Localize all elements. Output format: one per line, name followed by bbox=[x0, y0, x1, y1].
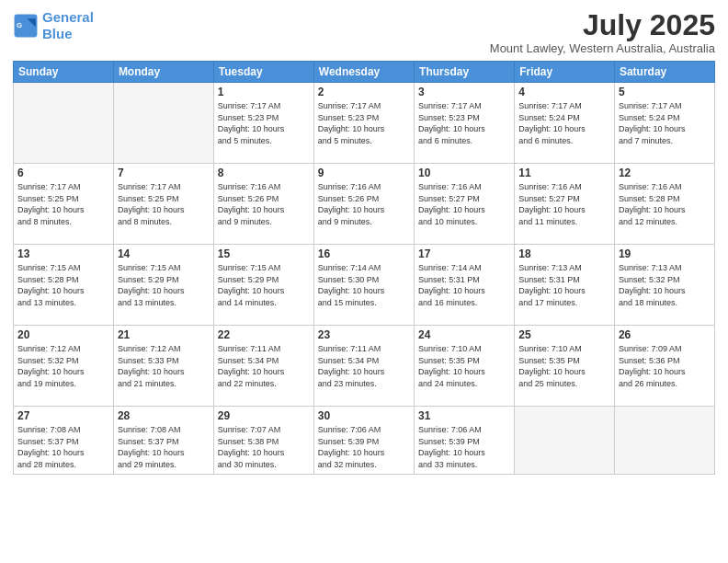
calendar-header-cell: Thursday bbox=[415, 62, 515, 83]
calendar-day-cell: 20Sunrise: 7:12 AM Sunset: 5:32 PM Dayli… bbox=[14, 326, 114, 407]
calendar-day-cell: 31Sunrise: 7:06 AM Sunset: 5:39 PM Dayli… bbox=[415, 407, 515, 474]
calendar-day-cell bbox=[14, 83, 114, 164]
day-info: Sunrise: 7:06 AM Sunset: 5:39 PM Dayligh… bbox=[318, 424, 410, 470]
day-info: Sunrise: 7:17 AM Sunset: 5:24 PM Dayligh… bbox=[518, 100, 610, 146]
day-info: Sunrise: 7:07 AM Sunset: 5:38 PM Dayligh… bbox=[218, 424, 310, 470]
day-info: Sunrise: 7:16 AM Sunset: 5:28 PM Dayligh… bbox=[619, 181, 711, 227]
calendar-day-cell: 17Sunrise: 7:14 AM Sunset: 5:31 PM Dayli… bbox=[415, 245, 515, 326]
calendar-week-row: 20Sunrise: 7:12 AM Sunset: 5:32 PM Dayli… bbox=[14, 326, 715, 407]
day-number: 7 bbox=[118, 167, 210, 179]
calendar-day-cell: 15Sunrise: 7:15 AM Sunset: 5:29 PM Dayli… bbox=[213, 245, 313, 326]
day-number: 25 bbox=[518, 328, 610, 341]
calendar-body: 1Sunrise: 7:17 AM Sunset: 5:23 PM Daylig… bbox=[14, 83, 715, 474]
calendar-day-cell: 24Sunrise: 7:10 AM Sunset: 5:35 PM Dayli… bbox=[415, 326, 515, 407]
day-info: Sunrise: 7:16 AM Sunset: 5:27 PM Dayligh… bbox=[518, 181, 610, 227]
calendar-header-cell: Monday bbox=[113, 62, 213, 83]
day-number: 29 bbox=[218, 409, 310, 422]
day-number: 17 bbox=[418, 247, 510, 260]
calendar-day-cell: 30Sunrise: 7:06 AM Sunset: 5:39 PM Dayli… bbox=[313, 407, 414, 474]
calendar-day-cell: 28Sunrise: 7:08 AM Sunset: 5:37 PM Dayli… bbox=[113, 407, 213, 474]
day-number: 12 bbox=[619, 167, 711, 179]
calendar-day-cell: 12Sunrise: 7:16 AM Sunset: 5:28 PM Dayli… bbox=[614, 164, 714, 245]
day-info: Sunrise: 7:17 AM Sunset: 5:23 PM Dayligh… bbox=[418, 100, 510, 146]
day-number: 24 bbox=[418, 328, 510, 341]
day-number: 3 bbox=[418, 86, 510, 98]
calendar-day-cell: 14Sunrise: 7:15 AM Sunset: 5:29 PM Dayli… bbox=[113, 245, 213, 326]
day-info: Sunrise: 7:09 AM Sunset: 5:36 PM Dayligh… bbox=[619, 343, 711, 389]
calendar-header-row: SundayMondayTuesdayWednesdayThursdayFrid… bbox=[14, 62, 715, 83]
day-info: Sunrise: 7:08 AM Sunset: 5:37 PM Dayligh… bbox=[118, 424, 210, 470]
day-info: Sunrise: 7:13 AM Sunset: 5:31 PM Dayligh… bbox=[518, 262, 610, 308]
day-info: Sunrise: 7:17 AM Sunset: 5:24 PM Dayligh… bbox=[619, 100, 711, 146]
day-number: 10 bbox=[418, 167, 510, 179]
calendar-header-cell: Wednesday bbox=[313, 62, 414, 83]
calendar-week-row: 1Sunrise: 7:17 AM Sunset: 5:23 PM Daylig… bbox=[14, 83, 715, 164]
day-number: 21 bbox=[118, 328, 210, 341]
day-number: 8 bbox=[218, 167, 310, 179]
day-info: Sunrise: 7:14 AM Sunset: 5:31 PM Dayligh… bbox=[418, 262, 510, 308]
day-number: 5 bbox=[619, 86, 711, 98]
calendar-day-cell: 6Sunrise: 7:17 AM Sunset: 5:25 PM Daylig… bbox=[14, 164, 114, 245]
calendar-day-cell: 27Sunrise: 7:08 AM Sunset: 5:37 PM Dayli… bbox=[14, 407, 114, 474]
calendar-day-cell: 18Sunrise: 7:13 AM Sunset: 5:31 PM Dayli… bbox=[515, 245, 615, 326]
day-info: Sunrise: 7:11 AM Sunset: 5:34 PM Dayligh… bbox=[218, 343, 310, 389]
calendar-day-cell: 22Sunrise: 7:11 AM Sunset: 5:34 PM Dayli… bbox=[213, 326, 313, 407]
calendar-day-cell: 3Sunrise: 7:17 AM Sunset: 5:23 PM Daylig… bbox=[415, 83, 515, 164]
day-number: 13 bbox=[17, 247, 109, 260]
calendar-day-cell: 11Sunrise: 7:16 AM Sunset: 5:27 PM Dayli… bbox=[515, 164, 615, 245]
calendar-header-cell: Saturday bbox=[614, 62, 714, 83]
day-number: 31 bbox=[418, 409, 510, 422]
day-number: 14 bbox=[118, 247, 210, 260]
calendar-day-cell: 13Sunrise: 7:15 AM Sunset: 5:28 PM Dayli… bbox=[14, 245, 114, 326]
page: G General Blue July 2025 Mount Lawley, W… bbox=[0, 0, 728, 563]
day-info: Sunrise: 7:17 AM Sunset: 5:23 PM Dayligh… bbox=[318, 100, 410, 146]
calendar-day-cell: 7Sunrise: 7:17 AM Sunset: 5:25 PM Daylig… bbox=[113, 164, 213, 245]
day-info: Sunrise: 7:10 AM Sunset: 5:35 PM Dayligh… bbox=[518, 343, 610, 389]
calendar-week-row: 27Sunrise: 7:08 AM Sunset: 5:37 PM Dayli… bbox=[14, 407, 715, 474]
calendar-day-cell: 10Sunrise: 7:16 AM Sunset: 5:27 PM Dayli… bbox=[415, 164, 515, 245]
calendar-day-cell: 29Sunrise: 7:07 AM Sunset: 5:38 PM Dayli… bbox=[213, 407, 313, 474]
calendar-day-cell: 21Sunrise: 7:12 AM Sunset: 5:33 PM Dayli… bbox=[113, 326, 213, 407]
calendar-day-cell bbox=[614, 407, 714, 474]
day-number: 28 bbox=[118, 409, 210, 422]
day-number: 6 bbox=[17, 167, 109, 179]
svg-text:G: G bbox=[17, 21, 22, 29]
day-info: Sunrise: 7:15 AM Sunset: 5:29 PM Dayligh… bbox=[218, 262, 310, 308]
day-number: 11 bbox=[518, 167, 610, 179]
main-title: July 2025 bbox=[490, 9, 715, 41]
logo-icon: G bbox=[13, 13, 39, 39]
day-number: 18 bbox=[518, 247, 610, 260]
logo: G General Blue bbox=[13, 9, 94, 42]
calendar-day-cell: 5Sunrise: 7:17 AM Sunset: 5:24 PM Daylig… bbox=[614, 83, 714, 164]
day-number: 2 bbox=[318, 86, 410, 98]
calendar-day-cell: 8Sunrise: 7:16 AM Sunset: 5:26 PM Daylig… bbox=[213, 164, 313, 245]
day-info: Sunrise: 7:13 AM Sunset: 5:32 PM Dayligh… bbox=[619, 262, 711, 308]
subtitle: Mount Lawley, Western Australia, Austral… bbox=[490, 41, 715, 55]
title-block: July 2025 Mount Lawley, Western Australi… bbox=[490, 9, 715, 55]
day-number: 16 bbox=[318, 247, 410, 260]
calendar-day-cell: 9Sunrise: 7:16 AM Sunset: 5:26 PM Daylig… bbox=[313, 164, 414, 245]
day-info: Sunrise: 7:17 AM Sunset: 5:23 PM Dayligh… bbox=[218, 100, 310, 146]
calendar-header-cell: Tuesday bbox=[213, 62, 313, 83]
day-info: Sunrise: 7:11 AM Sunset: 5:34 PM Dayligh… bbox=[318, 343, 410, 389]
logo-line2: Blue bbox=[42, 26, 73, 41]
day-info: Sunrise: 7:06 AM Sunset: 5:39 PM Dayligh… bbox=[418, 424, 510, 470]
day-number: 9 bbox=[318, 167, 410, 179]
calendar-day-cell: 25Sunrise: 7:10 AM Sunset: 5:35 PM Dayli… bbox=[515, 326, 615, 407]
day-number: 1 bbox=[218, 86, 310, 98]
calendar-day-cell: 4Sunrise: 7:17 AM Sunset: 5:24 PM Daylig… bbox=[515, 83, 615, 164]
day-info: Sunrise: 7:15 AM Sunset: 5:28 PM Dayligh… bbox=[17, 262, 109, 308]
calendar-header-cell: Sunday bbox=[14, 62, 114, 83]
day-info: Sunrise: 7:16 AM Sunset: 5:27 PM Dayligh… bbox=[418, 181, 510, 227]
calendar-day-cell: 16Sunrise: 7:14 AM Sunset: 5:30 PM Dayli… bbox=[313, 245, 414, 326]
calendar-day-cell bbox=[113, 83, 213, 164]
day-number: 30 bbox=[318, 409, 410, 422]
logo-line1: General bbox=[42, 9, 94, 25]
calendar: SundayMondayTuesdayWednesdayThursdayFrid… bbox=[13, 61, 715, 474]
day-info: Sunrise: 7:08 AM Sunset: 5:37 PM Dayligh… bbox=[17, 424, 109, 470]
header: G General Blue July 2025 Mount Lawley, W… bbox=[13, 9, 715, 55]
day-number: 15 bbox=[218, 247, 310, 260]
calendar-week-row: 6Sunrise: 7:17 AM Sunset: 5:25 PM Daylig… bbox=[14, 164, 715, 245]
calendar-day-cell: 23Sunrise: 7:11 AM Sunset: 5:34 PM Dayli… bbox=[313, 326, 414, 407]
day-number: 23 bbox=[318, 328, 410, 341]
